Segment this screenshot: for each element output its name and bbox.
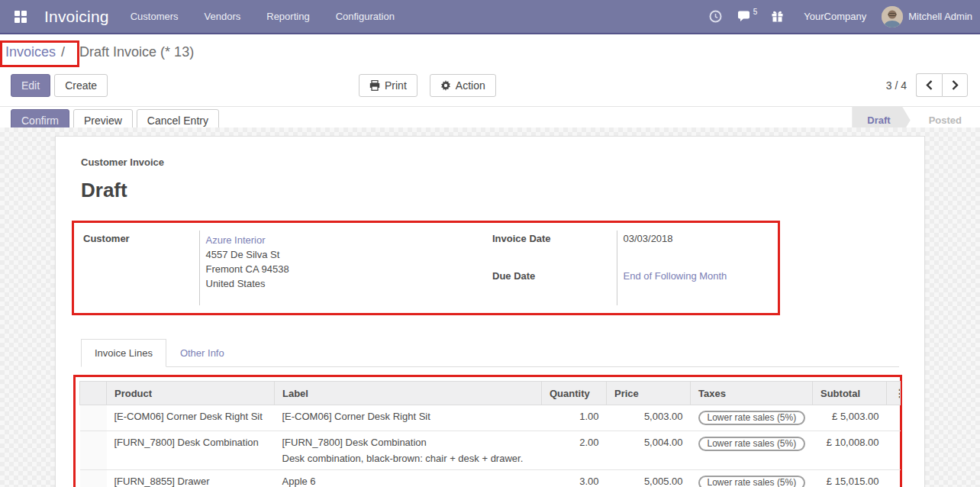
- printer-icon: [369, 80, 380, 91]
- activities-clock-icon[interactable]: [709, 10, 722, 23]
- top-navbar: Invoicing Customers Vendors Reporting Co…: [0, 0, 980, 34]
- pager: 3 / 4: [886, 73, 968, 97]
- breadcrumb-invoices-link[interactable]: Invoices: [5, 44, 56, 60]
- messages-icon[interactable]: 5: [737, 11, 756, 23]
- cell-product: [E-COM06] Corner Desk Right Sit: [107, 405, 275, 431]
- cell-taxes: Lower rate sales (5%): [691, 470, 813, 487]
- line-description: Desk combination, black-brown: chair + d…: [282, 448, 534, 464]
- invoice-lines-body: [E-COM06] Corner Desk Right Sit[E-COM06]…: [80, 405, 901, 487]
- cell-subtotal: £ 15,015.00: [813, 470, 887, 487]
- customer-address-line3: United States: [206, 276, 493, 291]
- menu-vendors[interactable]: Vendors: [203, 6, 243, 27]
- cell-price: 5,003.00: [607, 405, 691, 431]
- control-panel: Invoices / Draft Invoice (* 13) Edit Cre…: [0, 34, 980, 106]
- menu-reporting[interactable]: Reporting: [265, 6, 311, 27]
- user-name: Mitchell Admin: [908, 11, 972, 22]
- systray: 5 YourCompany Mitchell Admin: [709, 6, 972, 27]
- cell-taxes: Lower rate sales (5%): [691, 431, 813, 470]
- cell-subtotal: £ 10,008.00: [813, 431, 887, 470]
- annotation-box-fields: Customer Azure Interior 4557 De Silva St…: [72, 221, 780, 315]
- due-date-value: End of Following Month: [617, 268, 778, 305]
- menu-configuration[interactable]: Configuration: [334, 6, 396, 27]
- customer-field-group: Customer Azure Interior 4557 De Silva St…: [83, 231, 492, 305]
- header-label[interactable]: Label: [275, 382, 542, 405]
- tab-other-info[interactable]: Other Info: [166, 339, 238, 367]
- invoice-line-row[interactable]: [E-COM06] Corner Desk Right Sit[E-COM06]…: [80, 405, 901, 431]
- cell-spacer: [887, 405, 901, 431]
- annotation-box-breadcrumb: Invoices /: [0, 40, 79, 67]
- cell-label: [E-COM06] Corner Desk Right Sit: [275, 405, 542, 431]
- invoice-line-row[interactable]: [FURN_7800] Desk Combination[FURN_7800] …: [80, 431, 901, 470]
- customer-address-line1: 4557 De Silva St: [206, 247, 493, 262]
- app-brand[interactable]: Invoicing: [44, 8, 109, 26]
- cell-subtotal: £ 5,003.00: [813, 405, 887, 431]
- tax-badge: Lower rate sales (5%): [698, 476, 806, 487]
- tab-invoice-lines[interactable]: Invoice Lines: [81, 339, 166, 367]
- header-taxes[interactable]: Taxes: [691, 382, 813, 405]
- pager-next-button[interactable]: [942, 73, 968, 97]
- user-menu[interactable]: Mitchell Admin: [882, 6, 972, 27]
- user-avatar: [882, 6, 903, 27]
- breadcrumb-current: Draft Invoice (* 13): [79, 44, 194, 60]
- company-switcher[interactable]: YourCompany: [804, 11, 866, 22]
- action-buttons-row: Edit Create Print Action 3 / 4: [11, 72, 968, 103]
- cell-product: [FURN_7800] Desk Combination: [107, 431, 275, 470]
- cell-label: [FURN_7800] Desk CombinationDesk combina…: [275, 431, 542, 470]
- create-button[interactable]: Create: [54, 74, 108, 97]
- due-date-link[interactable]: End of Following Month: [624, 270, 727, 282]
- center-buttons: Print Action: [359, 74, 496, 97]
- grid-icon: [15, 11, 27, 23]
- row-handle: [80, 431, 107, 470]
- header-quantity[interactable]: Quantity: [542, 382, 607, 405]
- menu-customers[interactable]: Customers: [129, 6, 180, 27]
- customer-name-link[interactable]: Azure Interior: [206, 234, 266, 246]
- cell-quantity: 2.00: [542, 431, 607, 470]
- breadcrumb-separator: /: [61, 44, 65, 60]
- header-product[interactable]: Product: [107, 382, 275, 405]
- print-label: Print: [385, 79, 407, 92]
- tax-badge: Lower rate sales (5%): [698, 411, 806, 425]
- cell-label: Apple 6: [275, 470, 542, 487]
- form-sheet: Customer Invoice Draft Customer Azure In…: [55, 136, 925, 487]
- breadcrumb: Invoices / Draft Invoice (* 13): [11, 39, 968, 72]
- invoice-line-row[interactable]: [FURN_8855] DrawerApple 63.005,005.00Low…: [80, 470, 901, 487]
- due-date-label: Due Date: [492, 268, 617, 305]
- chevron-left-icon: [926, 80, 933, 90]
- cell-product: [FURN_8855] Drawer: [107, 470, 275, 487]
- action-label: Action: [456, 79, 485, 92]
- row-handle: [80, 470, 107, 487]
- header-price[interactable]: Price: [607, 382, 691, 405]
- cell-quantity: 3.00: [542, 470, 607, 487]
- cell-price: 5,004.00: [607, 431, 691, 470]
- state-title: Draft: [81, 179, 899, 202]
- cell-taxes: Lower rate sales (5%): [691, 405, 813, 431]
- chevron-right-icon: [952, 80, 959, 90]
- gear-icon: [440, 80, 451, 91]
- pager-previous-button[interactable]: [916, 73, 942, 97]
- annotation-box-table: Product Label Quantity Price Taxes Subto…: [73, 375, 902, 487]
- cell-spacer: [887, 470, 901, 487]
- tax-badge: Lower rate sales (5%): [698, 437, 806, 451]
- document-type-label: Customer Invoice: [81, 156, 899, 168]
- customer-address-line2: Fremont CA 94538: [206, 262, 493, 276]
- main-menus: Customers Vendors Reporting Configuratio…: [129, 6, 396, 27]
- optional-columns-icon[interactable]: ⋮: [895, 387, 901, 399]
- cell-price: 5,005.00: [607, 470, 691, 487]
- action-button[interactable]: Action: [430, 74, 496, 97]
- invoice-lines-table: Product Label Quantity Price Taxes Subto…: [79, 381, 901, 487]
- customer-label: Customer: [83, 231, 199, 305]
- row-handle: [80, 405, 107, 431]
- invoice-date-value: 03/03/2018: [617, 231, 778, 268]
- notebook-tabs: Invoice Lines Other Info: [81, 338, 899, 367]
- cell-quantity: 1.00: [542, 405, 607, 431]
- header-handle: [80, 382, 107, 405]
- edit-button[interactable]: Edit: [11, 74, 50, 97]
- apps-menu-icon[interactable]: [8, 11, 34, 23]
- invoice-date-label: Invoice Date: [492, 231, 617, 268]
- print-button[interactable]: Print: [359, 74, 417, 97]
- gift-icon[interactable]: [771, 10, 784, 23]
- cell-spacer: [887, 431, 901, 470]
- header-subtotal[interactable]: Subtotal: [813, 382, 887, 405]
- customer-value: Azure Interior 4557 De Silva St Fremont …: [199, 231, 492, 305]
- dates-field-group: Invoice Date 03/03/2018 Due Date End of …: [492, 231, 778, 305]
